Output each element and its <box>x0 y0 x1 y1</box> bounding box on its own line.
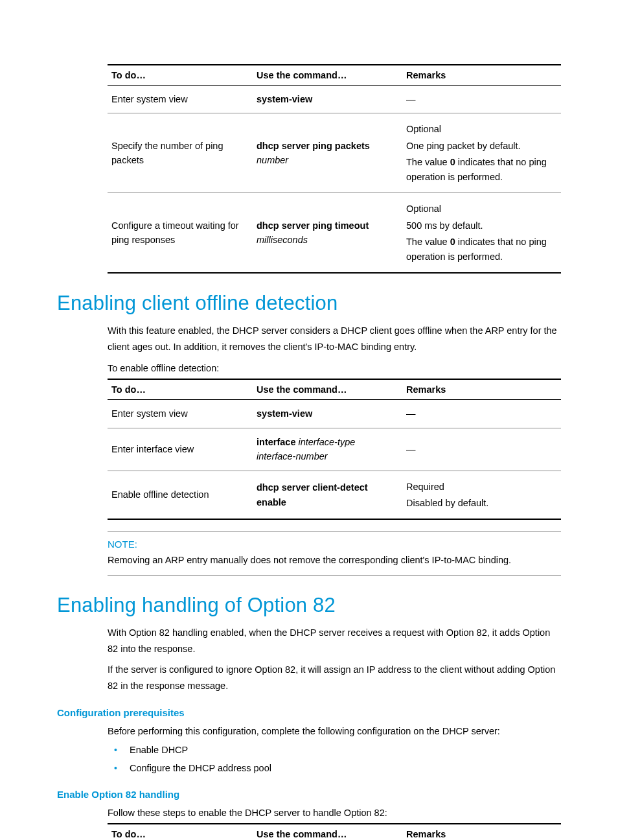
cell-todo: Specify the number of ping packets <box>108 113 253 193</box>
remarks-opt: Optional <box>406 202 555 216</box>
table-row: Specify the number of ping packets dhcp … <box>108 113 561 193</box>
remarks-req: Required <box>406 480 555 494</box>
cmd-bold: dhcp server client-detect enable <box>257 482 368 507</box>
paragraph: Before performing this configuration, co… <box>108 723 561 740</box>
th-remarks: Remarks <box>402 65 561 86</box>
t: 0 <box>450 237 455 247</box>
lead-text: To enable offline detection: <box>108 360 561 377</box>
cell-cmd: system-view <box>253 86 402 113</box>
cmd-bold: system-view <box>257 94 312 104</box>
cmd-ital: number <box>257 155 288 165</box>
cell-todo: Enter interface view <box>108 428 253 471</box>
prereq-body: Before performing this configuration, co… <box>108 723 561 776</box>
cmd-ital: milliseconds <box>257 235 308 245</box>
subheading-prereq: Configuration prerequisites <box>57 707 561 718</box>
heading-option82: Enabling handling of Option 82 <box>57 594 561 617</box>
t: 0 <box>450 157 455 167</box>
table-row: Enter interface view interface interface… <box>108 428 561 471</box>
table1: To do… Use the command… Remarks Enter sy… <box>108 64 561 274</box>
cell-remarks: Optional One ping packet by default. The… <box>402 113 561 193</box>
heading-offline-detection: Enabling client offline detection <box>57 292 561 315</box>
t: The value <box>406 157 450 167</box>
dash: — <box>406 408 416 419</box>
section1-body: With this feature enabled, the DHCP serv… <box>108 323 561 576</box>
subheading-enable82: Enable Option 82 handling <box>57 789 561 800</box>
cell-remarks: — <box>402 86 561 113</box>
remarks-line: Disabled by default. <box>406 496 555 510</box>
cell-cmd: dhcp server ping timeoutmilliseconds <box>253 193 402 273</box>
cell-remarks: — <box>402 428 561 471</box>
cell-cmd: dhcp server client-detect enable <box>253 471 402 519</box>
cell-cmd: system-view <box>253 400 402 428</box>
th-remarks: Remarks <box>402 379 561 400</box>
cmd-bold: dhcp server ping packets <box>257 141 370 151</box>
dash: — <box>406 444 416 454</box>
list-item: Configure the DHCP address pool <box>108 761 561 776</box>
cmd-bold: system-view <box>257 408 312 419</box>
table2: To do… Use the command… Remarks Enter sy… <box>108 379 561 520</box>
paragraph: With this feature enabled, the DHCP serv… <box>108 323 561 355</box>
cell-cmd: dhcp server ping packetsnumber <box>253 113 402 193</box>
table-row: Enable offline detection dhcp server cli… <box>108 471 561 519</box>
dash: — <box>406 94 416 104</box>
cell-todo: Configure a timeout waiting for ping res… <box>108 193 253 273</box>
note-label: NOTE: <box>108 539 561 550</box>
section2-body: With Option 82 handling enabled, when th… <box>108 625 561 694</box>
th-remarks: Remarks <box>402 824 561 840</box>
bullet-list: Enable DHCP Configure the DHCP address p… <box>108 743 561 775</box>
th-todo: To do… <box>108 65 253 86</box>
th-cmd: Use the command… <box>253 824 402 840</box>
cell-remarks: Optional 500 ms by default. The value 0 … <box>402 193 561 273</box>
table-row: Enter system view system-view — <box>108 86 561 113</box>
th-todo: To do… <box>108 824 253 840</box>
cmd-bold: interface <box>257 437 295 447</box>
note-text: Removing an ARP entry manually does not … <box>108 552 561 568</box>
remarks-line: The value 0 indicates that no ping opera… <box>406 235 555 264</box>
note-box: NOTE: Removing an ARP entry manually doe… <box>108 531 561 576</box>
cell-remarks: — <box>402 400 561 428</box>
paragraph: With Option 82 handling enabled, when th… <box>108 625 561 657</box>
cell-todo: Enter system view <box>108 86 253 113</box>
th-todo: To do… <box>108 379 253 400</box>
enable82-body: Follow these steps to enable the DHCP se… <box>108 805 561 840</box>
table1-wrap: To do… Use the command… Remarks Enter sy… <box>108 64 561 274</box>
cell-todo: Enter system view <box>108 400 253 428</box>
remarks-line: The value 0 indicates that no ping opera… <box>406 155 555 184</box>
table3: To do… Use the command… Remarks Enter sy… <box>108 823 561 840</box>
cmd-bold: dhcp server ping timeout <box>257 220 369 231</box>
table-row: Configure a timeout waiting for ping res… <box>108 193 561 273</box>
remarks-line: One ping packet by default. <box>406 139 555 153</box>
th-cmd: Use the command… <box>253 65 402 86</box>
table-row: Enter system view system-view — <box>108 400 561 428</box>
cell-todo: Enable offline detection <box>108 471 253 519</box>
t: The value <box>406 237 450 247</box>
page-container: To do… Use the command… Remarks Enter sy… <box>0 0 618 840</box>
cell-cmd: interface interface-type interface-numbe… <box>253 428 402 471</box>
paragraph: Follow these steps to enable the DHCP se… <box>108 805 561 821</box>
remarks-line: 500 ms by default. <box>406 218 555 233</box>
paragraph: If the server is configured to ignore Op… <box>108 662 561 694</box>
th-cmd: Use the command… <box>253 379 402 400</box>
list-item: Enable DHCP <box>108 743 561 758</box>
cell-remarks: Required Disabled by default. <box>402 471 561 519</box>
remarks-opt: Optional <box>406 122 555 136</box>
